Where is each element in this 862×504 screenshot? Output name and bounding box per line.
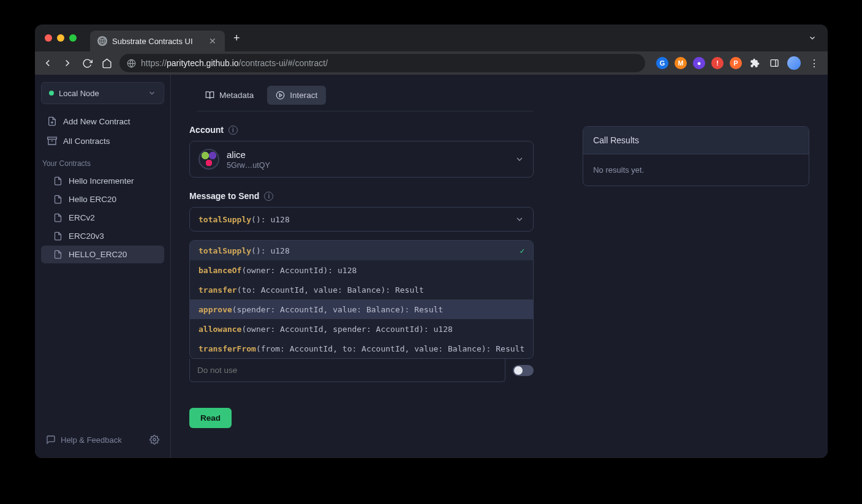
fn-name: totalSupply — [198, 246, 251, 255]
document-icon — [53, 231, 62, 241]
message-option[interactable]: transferFrom(from: AccountId, to: Accoun… — [190, 339, 533, 358]
tab-interact[interactable]: Interact — [267, 86, 326, 105]
contract-item[interactable]: ERC20v3 — [41, 227, 164, 245]
fn-sig: (): u128 — [251, 246, 290, 255]
site-info-icon[interactable] — [127, 59, 136, 68]
call-results-title: Call Results — [583, 127, 809, 154]
extension-icon[interactable]: ● — [693, 57, 705, 69]
message-option[interactable]: totalSupply(): u128✓ — [190, 241, 533, 260]
selected-fn-name: totalSupply — [198, 215, 251, 224]
contract-item[interactable]: Hello ERC20 — [41, 190, 164, 208]
check-icon: ✓ — [515, 246, 524, 255]
home-button[interactable] — [100, 56, 113, 70]
contract-label: ERCv2 — [69, 213, 95, 222]
document-icon — [53, 250, 62, 259]
tab-label: Metadata — [219, 91, 254, 100]
profile-avatar[interactable] — [787, 56, 801, 70]
browser-window: Substrate Contracts UI ✕ + https://parit… — [35, 24, 828, 458]
info-icon[interactable]: i — [229, 126, 238, 135]
metamask-icon[interactable]: M — [675, 57, 687, 69]
message-option[interactable]: balanceOf(owner: AccountId): u128 — [190, 260, 533, 280]
back-button[interactable] — [41, 56, 55, 70]
sidebar: Local Node Add New Contract All Contract… — [35, 75, 171, 458]
fn-name: transfer — [198, 285, 237, 295]
fn-sig: (owner: AccountId): u128 — [241, 266, 357, 275]
tab-overflow-button[interactable] — [802, 30, 823, 46]
extensions-bar: G M ● ! P ⋮ — [651, 56, 822, 70]
sidebar-item-label: Add New Contract — [63, 117, 130, 126]
account-selector[interactable]: alice 5Grw…utQY — [189, 141, 534, 178]
message-option[interactable]: transfer(to: AccountId, value: Balance):… — [190, 280, 533, 299]
selected-fn-sig: (): u128 — [251, 215, 290, 224]
close-window-button[interactable] — [45, 34, 52, 42]
new-tab-button[interactable]: + — [233, 32, 240, 45]
account-label: Account — [189, 125, 224, 135]
fn-name: balanceOf — [198, 266, 241, 275]
forward-button[interactable] — [61, 56, 74, 70]
document-icon — [53, 176, 62, 186]
browser-toolbar: https://paritytech.github.io/contracts-u… — [35, 51, 828, 75]
settings-icon[interactable] — [149, 435, 159, 445]
contract-tabs: Metadata Interact — [197, 86, 534, 111]
extension-icon[interactable]: ! — [711, 57, 724, 69]
play-circle-icon — [276, 91, 285, 100]
minimize-window-button[interactable] — [57, 34, 64, 42]
svg-rect-2 — [771, 60, 778, 67]
contract-label: Hello ERC20 — [69, 195, 116, 204]
extension-icon[interactable]: P — [730, 57, 742, 69]
tab-metadata[interactable]: Metadata — [197, 86, 262, 105]
chevron-down-icon — [148, 89, 156, 97]
extension-icon[interactable]: G — [656, 57, 668, 69]
account-label-row: Account i — [189, 125, 534, 135]
fn-sig: (spender: AccountId, value: Balance): Re… — [232, 305, 443, 314]
chat-icon — [46, 435, 56, 445]
account-info: alice 5Grw…utQY — [227, 149, 270, 170]
fn-name: approve — [198, 305, 232, 314]
storage-limit-input[interactable] — [189, 359, 505, 382]
contract-item[interactable]: HELLO_ERC20 — [41, 246, 164, 263]
side-panel-icon[interactable] — [768, 56, 781, 70]
svg-rect-6 — [48, 137, 57, 139]
close-tab-button[interactable]: ✕ — [208, 36, 217, 46]
storage-limit-row — [189, 359, 534, 382]
contract-item[interactable]: ERCv2 — [41, 209, 164, 227]
contract-list: Hello IncrementerHello ERC20ERCv2ERC20v3… — [35, 171, 170, 264]
sidebar-footer: Help & Feedback — [35, 429, 170, 451]
document-icon — [53, 213, 62, 222]
call-results-empty: No results yet. — [583, 154, 809, 186]
chevron-down-icon — [515, 214, 524, 224]
tab-label: Interact — [290, 91, 317, 100]
node-label: Local Node — [59, 89, 99, 98]
fn-sig: (owner: AccountId, spender: AccountId): … — [241, 325, 452, 334]
maximize-window-button[interactable] — [69, 34, 77, 42]
account-address: 5Grw…utQY — [227, 161, 270, 170]
interact-column: Metadata Interact Account i alice 5Grw… — [189, 86, 534, 440]
contract-label: ERC20v3 — [69, 231, 104, 241]
message-dropdown: totalSupply(): u128✓balanceOf(owner: Acc… — [189, 240, 534, 359]
contract-item[interactable]: Hello Incrementer — [41, 172, 164, 190]
book-icon — [205, 91, 214, 100]
browser-menu-button[interactable]: ⋮ — [807, 58, 822, 69]
help-feedback-link[interactable]: Help & Feedback — [46, 435, 122, 445]
archive-icon — [47, 136, 57, 146]
extensions-menu-icon[interactable] — [748, 56, 762, 70]
info-icon[interactable]: i — [264, 192, 273, 201]
storage-limit-toggle[interactable] — [513, 365, 534, 376]
all-contracts-link[interactable]: All Contracts — [35, 131, 170, 151]
read-button[interactable]: Read — [189, 408, 232, 428]
account-name: alice — [227, 149, 270, 160]
fn-name: transferFrom — [198, 344, 256, 353]
tab-title: Substrate Contracts UI — [112, 37, 203, 46]
fn-sig: (to: AccountId, value: Balance): Result — [237, 285, 424, 295]
help-label: Help & Feedback — [61, 435, 122, 445]
message-option[interactable]: allowance(owner: AccountId, spender: Acc… — [190, 319, 533, 339]
main-panel: Metadata Interact Account i alice 5Grw… — [171, 75, 828, 458]
browser-tab[interactable]: Substrate Contracts UI ✕ — [90, 31, 225, 51]
message-option[interactable]: approve(spender: AccountId, value: Balan… — [190, 299, 533, 319]
node-selector[interactable]: Local Node — [41, 82, 164, 104]
fn-name: allowance — [198, 325, 241, 334]
reload-button[interactable] — [80, 56, 94, 70]
message-selector[interactable]: totalSupply(): u128 — [189, 207, 534, 231]
add-new-contract-link[interactable]: Add New Contract — [35, 111, 170, 131]
address-bar[interactable]: https://paritytech.github.io/contracts-u… — [119, 54, 645, 72]
